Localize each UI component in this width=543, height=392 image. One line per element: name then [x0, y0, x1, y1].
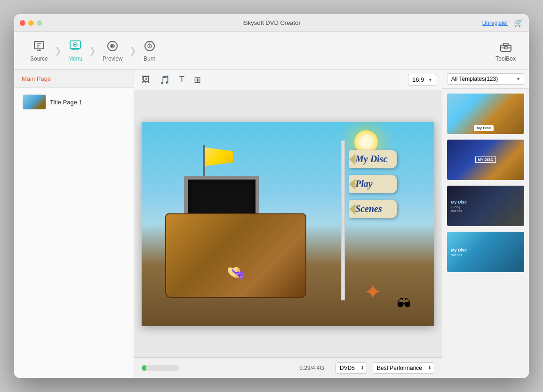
page-label: Title Page 1	[50, 99, 82, 106]
aspect-ratio-selector[interactable]: 16:9 4:3	[408, 74, 436, 86]
list-item[interactable]: Title Page 1	[18, 92, 130, 112]
cart-icon[interactable]: 🛒	[514, 18, 523, 27]
left-panel-content: Title Page 1	[14, 88, 134, 378]
disc-type-select[interactable]: DVD5 DVD9	[335, 362, 367, 374]
toolbox-label: ToolBox	[495, 55, 516, 62]
template-grid: My Disc MY DISC My Disc + Play	[442, 89, 529, 378]
aspect-ratio-select[interactable]: 16:9 4:3	[408, 74, 436, 86]
hat-decoration: 👒	[226, 264, 245, 282]
svg-marker-14	[111, 45, 115, 47]
center-area: 🖼 🎵 T ⊞ 16:9 4:3	[134, 70, 442, 378]
text-tool-icon[interactable]: T	[177, 73, 186, 86]
flag-cloth	[205, 148, 233, 166]
maximize-button[interactable]	[37, 20, 42, 26]
menu-label: Menu	[68, 55, 82, 62]
page-thumbnail	[23, 94, 46, 110]
toolbar-item-preview[interactable]: Preview	[94, 36, 131, 66]
sign-my-disc: My Disc	[349, 149, 397, 168]
preview-label: Preview	[103, 55, 123, 62]
progress-bar-container	[142, 365, 179, 371]
menu-icon	[69, 39, 82, 53]
suitcase	[165, 213, 306, 298]
source-label: Source	[30, 55, 48, 62]
template-thumb-1[interactable]: My Disc	[446, 93, 525, 135]
starfish-decoration: ✦	[364, 279, 387, 303]
unregister-link[interactable]: Unregister	[482, 20, 508, 26]
right-panel: All Templates(123) Classic Romantic Natu…	[442, 70, 529, 378]
toolbar-item-burn[interactable]: Burn	[135, 36, 165, 66]
burn-icon	[143, 39, 156, 53]
canvas-area: My Disc Play Scenes	[134, 90, 442, 357]
right-panel-header: All Templates(123) Classic Romantic Natu…	[442, 70, 529, 89]
traffic-lights	[20, 20, 42, 26]
sign-play: Play	[349, 174, 397, 193]
toolbar-item-menu[interactable]: Menu	[60, 36, 91, 66]
main-content: Main Page Title Page 1 🖼 🎵 T ⊞	[14, 70, 529, 378]
svg-rect-21	[504, 47, 507, 49]
performance-select[interactable]: Best Performance Standard High Quality	[373, 362, 434, 374]
canvas-preview[interactable]: My Disc Play Scenes	[142, 122, 434, 326]
title-bar: iSkysoft DVD Creator Unregister 🛒	[14, 14, 529, 32]
sunglasses-decoration: 🕶	[397, 296, 411, 312]
toolbar-item-toolbox[interactable]: ToolBox	[490, 36, 521, 66]
disc-type-selector[interactable]: DVD5 DVD9	[335, 362, 367, 374]
main-toolbar: Source ❯ Menu ❯ Preview ❯	[14, 32, 529, 70]
main-page-label: Main Page	[22, 75, 51, 82]
music-tool-icon[interactable]: 🎵	[158, 73, 172, 87]
template-thumb-2[interactable]: MY DISC	[446, 139, 525, 181]
title-bar-actions: Unregister 🛒	[482, 18, 523, 27]
preview-icon	[106, 39, 119, 53]
left-panel-header: Main Page	[14, 70, 134, 88]
image-tool-icon[interactable]: 🖼	[140, 73, 152, 86]
toolbar-item-source[interactable]: Source	[22, 36, 56, 66]
template-select[interactable]: All Templates(123) Classic Romantic Natu…	[447, 73, 524, 85]
template-thumb-4[interactable]: My Disc Scenes	[446, 231, 525, 273]
burn-label: Burn	[144, 55, 155, 62]
svg-point-17	[149, 45, 150, 47]
editor-toolbar: 🖼 🎵 T ⊞ 16:9 4:3	[134, 70, 442, 90]
app-window: iSkysoft DVD Creator Unregister 🛒 Source…	[14, 14, 529, 378]
template-selector[interactable]: All Templates(123) Classic Romantic Natu…	[447, 73, 524, 85]
storage-text: 0.29/4.4G	[185, 365, 324, 371]
status-bar: 0.29/4.4G DVD5 DVD9 Best Performance Sta…	[134, 357, 442, 378]
template-thumb-3[interactable]: My Disc + Play Scenes	[446, 185, 525, 227]
suitcase-area	[165, 195, 306, 298]
beach-scene: My Disc Play Scenes	[142, 122, 434, 326]
sign-scenes: Scenes	[349, 199, 397, 218]
grid-tool-icon[interactable]: ⊞	[192, 73, 203, 87]
close-button[interactable]	[20, 20, 25, 26]
progress-bar-fill	[142, 365, 146, 371]
signs-area: My Disc Play Scenes	[349, 150, 397, 218]
minimize-button[interactable]	[28, 20, 34, 26]
source-icon	[32, 39, 46, 53]
window-title: iSkysoft DVD Creator	[242, 19, 301, 26]
toolbox-icon	[499, 39, 512, 53]
sign-post	[341, 141, 345, 300]
performance-selector[interactable]: Best Performance Standard High Quality	[373, 362, 434, 374]
left-panel: Main Page Title Page 1	[14, 70, 134, 378]
